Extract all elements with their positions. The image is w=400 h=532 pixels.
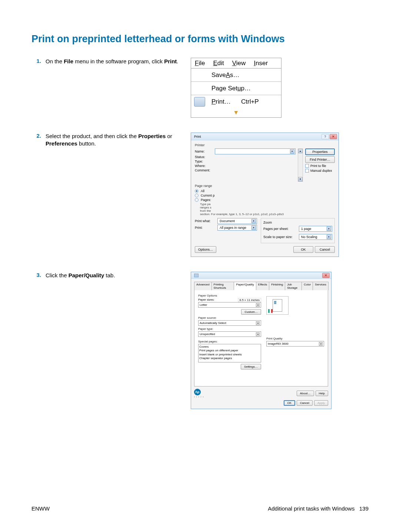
titlebar: Print ? ✕: [191, 133, 339, 140]
radio-pages[interactable]: Pages:: [195, 198, 335, 202]
tab-color[interactable]: Color: [301, 282, 313, 290]
settings-button[interactable]: Settings…: [241, 364, 261, 369]
print-dialog: Print ? ✕ Printer Name: ▾ Sta: [191, 133, 339, 257]
paper-size-combo[interactable]: Letter▾: [198, 302, 261, 308]
special-pages-label: Special pages:: [198, 340, 261, 343]
tab-finishing[interactable]: Finishing: [269, 282, 285, 290]
hp-logo-icon: hp: [194, 389, 201, 395]
cancel-button[interactable]: Cancel: [315, 246, 335, 253]
tab-services[interactable]: Services: [313, 282, 329, 290]
tab-job-storage[interactable]: Job Storage: [285, 282, 302, 290]
comment-label: Comment:: [195, 168, 213, 172]
close-icon[interactable]: ✕: [322, 273, 330, 278]
chevron-down-icon[interactable]: ▾: [290, 149, 294, 154]
options-button[interactable]: Options…: [195, 246, 216, 253]
footer-right: Additional print tasks with Windows 139: [268, 505, 369, 512]
ok-button[interactable]: OK: [293, 246, 313, 253]
page-range-label: Page range: [195, 184, 335, 188]
print-what-combo[interactable]: Document▾: [217, 218, 257, 224]
paper-type-combo[interactable]: Unspecified▾: [198, 331, 261, 337]
find-printer-button[interactable]: Find Printer…: [305, 156, 335, 163]
list-item[interactable]: Chapter separator pages: [199, 357, 260, 360]
status-label: Status:: [195, 155, 213, 159]
step-1: 1. On the File menu in the software prog…: [31, 58, 369, 118]
step-instruction: On the File menu in the software program…: [46, 58, 179, 65]
file-menu-screenshot: File Edit View Inser Save As… Page Setup…: [191, 58, 281, 118]
paper-source-combo[interactable]: Automatically Select▾: [198, 320, 261, 326]
step-instruction: Click the Paper/Quality tab.: [46, 272, 115, 279]
page-title: Print on preprinted letterhead or forms …: [31, 33, 369, 45]
step-instruction: Select the product, and then click the P…: [46, 133, 180, 148]
print-quality-label: Print Quality: [266, 337, 324, 340]
zoom-label: Zoom: [263, 221, 332, 224]
menu-item-print[interactable]: Print… Ctrl+P: [191, 95, 281, 108]
step-number: 3.: [31, 272, 46, 278]
menu-item-save-as[interactable]: Save As…: [191, 68, 281, 82]
close-icon[interactable]: ✕: [330, 134, 337, 139]
about-button[interactable]: About…: [297, 391, 314, 396]
tab-strip: Advanced Printing Shortcuts Paper/Qualit…: [194, 282, 328, 290]
radio-current[interactable]: Current p: [195, 194, 335, 197]
titlebar: ✕: [191, 272, 331, 279]
manual-duplex-checkbox[interactable]: Manual duplex: [305, 169, 335, 173]
printer-icon: [194, 97, 205, 107]
printer-name-combo[interactable]: ▾: [215, 148, 296, 154]
tab-printing-shortcuts[interactable]: Printing Shortcuts: [211, 282, 234, 290]
zoom-group: Zoom Pages per sheet:1 page▾ Scale to pa…: [261, 218, 335, 243]
list-item[interactable]: Covers: [199, 345, 260, 349]
custom-button[interactable]: Custom…: [241, 309, 261, 315]
scale-combo[interactable]: No Scaling▾: [299, 234, 332, 240]
menubar: File Edit View Inser: [191, 58, 281, 68]
printer-group-label: Printer: [195, 143, 335, 147]
menu-edit[interactable]: Edit: [213, 60, 224, 67]
print-to-file-checkbox[interactable]: Print to file: [305, 164, 335, 168]
pps-combo[interactable]: 1 page▾: [299, 226, 332, 232]
chevron-up-icon[interactable]: ▴: [298, 149, 303, 153]
footer-left: ENWW: [31, 505, 50, 512]
menu-insert[interactable]: Inser: [254, 60, 268, 67]
step-number: 2.: [31, 133, 46, 139]
tab-effects[interactable]: Effects: [256, 282, 269, 290]
ok-button[interactable]: OK: [284, 400, 296, 406]
menu-view[interactable]: View: [232, 60, 246, 67]
print-sel-combo[interactable]: All pages in range▾: [217, 225, 257, 231]
dialog-title: Print: [194, 135, 201, 138]
list-item[interactable]: Print pages on different paper: [199, 349, 260, 352]
print-quality-combo[interactable]: ImageREt 3600▾: [266, 341, 324, 347]
type-label: Type:: [195, 160, 213, 163]
paper-sizes-dim: 8.5 × 11 inches: [238, 298, 261, 302]
paper-options-label: Paper Options: [198, 294, 261, 297]
page-footer: ENWW Additional print tasks with Windows…: [31, 505, 369, 512]
paper-source-label: Paper source:: [198, 316, 261, 319]
page-preview: [266, 296, 289, 315]
menu-item-page-setup[interactable]: Page Setup…: [191, 82, 281, 95]
scrollbar[interactable]: ▴ ▾: [298, 148, 303, 182]
print-sel-label: Print:: [195, 226, 215, 230]
printer-icon: [194, 274, 199, 277]
apply-button[interactable]: Apply: [314, 400, 328, 406]
print-what-label: Print what:: [195, 219, 215, 223]
menu-file[interactable]: File: [195, 60, 205, 67]
step-2: 2. Select the product, and then click th…: [31, 133, 369, 257]
step-3: 3. Click the Paper/Quality tab. ✕ Advanc…: [31, 272, 369, 409]
scale-label: Scale to paper size:: [263, 235, 297, 239]
expand-icon[interactable]: ▾: [191, 108, 281, 117]
paper-sizes-label: Paper sizes:: [198, 298, 214, 302]
flag-icon: [268, 309, 273, 313]
list-item[interactable]: Insert blank or preprinted sheets: [199, 353, 260, 357]
special-pages-list[interactable]: Covers Print pages on different paper In…: [198, 344, 261, 362]
tab-paper-quality[interactable]: Paper/Quality: [234, 282, 256, 290]
help-button[interactable]: Help: [316, 391, 328, 396]
chevron-down-icon[interactable]: ▾: [298, 177, 303, 181]
step-number: 1.: [31, 58, 46, 64]
hint-text: Type pa ranges s from the: [200, 203, 335, 213]
tab-advanced[interactable]: Advanced: [194, 282, 212, 290]
cancel-button[interactable]: Cancel: [297, 400, 313, 406]
name-label: Name:: [195, 150, 213, 153]
printer-properties-dialog: ✕ Advanced Printing Shortcuts Paper/Qual…: [191, 272, 331, 409]
help-icon[interactable]: ?: [321, 134, 329, 139]
pps-label: Pages per sheet:: [263, 227, 297, 231]
properties-button[interactable]: Properties: [305, 148, 335, 155]
where-label: Where:: [195, 164, 213, 168]
radio-all[interactable]: All: [195, 189, 335, 193]
